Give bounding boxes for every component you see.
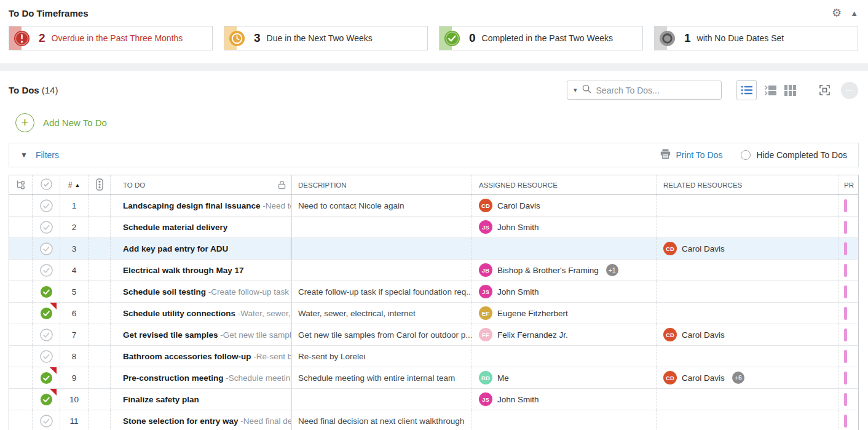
assigned-resource-cell: FFFelix Fernandez Jr.: [472, 324, 657, 345]
todo-cell[interactable]: Finalize safety plan: [111, 389, 291, 410]
timeframe-card[interactable]: 3Due in the Next Two Weeks: [224, 26, 428, 50]
timeframe-card[interactable]: 2Overdue in the Past Three Months: [9, 26, 213, 50]
row-number-cell: 8: [60, 346, 89, 367]
complete-check-cell: [33, 303, 60, 324]
priority-cell: [838, 303, 858, 324]
complete-check-cell: [33, 238, 60, 259]
header-priority[interactable]: PR: [838, 175, 858, 194]
todo-title: Schedule utility connections: [123, 309, 235, 318]
todo-cell[interactable]: Bathroom accessories follow-up - Re-sent…: [111, 346, 291, 367]
todo-row[interactable]: 2Schedule material deliveryJSJohn Smith: [9, 217, 858, 238]
table-header: # ▲ TO DO DESCRIPTION ASSIGNED RESOURCE: [9, 175, 858, 195]
incomplete-checkbox[interactable]: [40, 199, 53, 212]
todos-panel: To Dos(14) ▾: [0, 71, 868, 430]
todo-title: Finalize safety plan: [123, 395, 199, 404]
todo-cell[interactable]: Get revised tile samples - Get new tile …: [111, 324, 291, 345]
header-assigned-resource[interactable]: ASSIGNED RESOURCE: [472, 175, 657, 194]
collapse-panel-icon[interactable]: ▲: [850, 9, 858, 17]
todo-cell[interactable]: Stone selection for entry way - Need fin…: [111, 410, 291, 430]
header-complete[interactable]: [33, 175, 60, 194]
timeframe-card[interactable]: 0Completed in the Past Two Weeks: [439, 26, 643, 50]
list-view-button-active[interactable]: [736, 80, 757, 100]
print-todos-button[interactable]: Print To Dos: [660, 149, 722, 161]
card-count: 2: [39, 31, 45, 45]
todo-cell[interactable]: Schedule soil testing - Create follow-up…: [111, 281, 291, 302]
status-cell: [89, 346, 111, 367]
description-text: Re-sent by Lorelei: [298, 352, 366, 361]
timeframe-card[interactable]: 1with No Due Dates Set: [654, 26, 858, 50]
header-description[interactable]: DESCRIPTION: [291, 175, 472, 194]
incomplete-checkbox[interactable]: [40, 221, 53, 234]
header-number-sort[interactable]: # ▲: [60, 175, 89, 194]
description-text: Need to contact Nicole again: [298, 201, 404, 210]
priority-column-label: PR: [844, 181, 854, 189]
row-indent-cell: [9, 346, 33, 367]
todo-row[interactable]: 11Stone selection for entry way - Need f…: [9, 410, 858, 430]
todo-row[interactable]: 1Landscaping design final issuance - Nee…: [9, 195, 858, 217]
header-status[interactable]: [89, 175, 111, 194]
assigned-resource-cell: RDMe: [472, 367, 657, 388]
todo-cell[interactable]: Electrical walk through May 17: [111, 260, 291, 281]
avatar: FF: [479, 328, 492, 341]
row-number-cell: 11: [60, 410, 89, 430]
search-input[interactable]: [596, 86, 715, 95]
todo-row[interactable]: 3Add key pad entry for ADUCDCarol Davis: [9, 238, 858, 260]
todo-preview-text: Create follow-up task if...: [211, 287, 291, 297]
assigned-column-label: ASSIGNED RESOURCE: [479, 181, 558, 189]
todo-cell[interactable]: Add key pad entry for ADU: [111, 238, 291, 259]
grid-view-button[interactable]: [784, 85, 796, 96]
todo-row[interactable]: 7Get revised tile samples - Get new tile…: [9, 324, 858, 346]
todo-title: Pre-construction meeting: [123, 373, 224, 383]
filters-toggle[interactable]: ▼ Filters: [20, 150, 59, 160]
reminder-flag-icon: [50, 367, 57, 374]
row-indent-cell: [9, 195, 33, 216]
incomplete-checkbox[interactable]: [40, 264, 53, 277]
incomplete-checkbox[interactable]: [40, 328, 53, 341]
filters-label: Filters: [36, 150, 59, 160]
todo-cell[interactable]: Landscaping design final issuance - Need…: [111, 195, 291, 216]
related-resources-cell: CDCarol Davis+6: [657, 367, 838, 388]
header-related-resources[interactable]: RELATED RESOURCES: [657, 175, 838, 194]
search-scope-chevron-icon[interactable]: ▾: [574, 86, 577, 94]
todos-table: # ▲ TO DO DESCRIPTION ASSIGNED RESOURCE: [9, 175, 859, 430]
hide-completed-toggle[interactable]: Hide Completed To Dos: [741, 150, 847, 160]
hierarchy-tree-icon: [15, 180, 26, 191]
todo-cell[interactable]: Pre-construction meeting - Schedule meet…: [111, 367, 291, 388]
todo-title: Get revised tile samples: [123, 330, 218, 340]
incomplete-checkbox[interactable]: [40, 242, 53, 255]
settings-gear-icon[interactable]: ⚙: [832, 7, 842, 18]
completed-checkbox[interactable]: [40, 285, 53, 298]
todo-title: Schedule soil testing: [123, 287, 206, 297]
description-column-label: DESCRIPTION: [298, 181, 347, 189]
row-number-cell: 10: [60, 389, 89, 410]
incomplete-checkbox[interactable]: [40, 415, 53, 428]
resource-name: Felix Fernandez Jr.: [497, 330, 568, 340]
todo-cell[interactable]: Schedule utility connections - Water, se…: [111, 303, 291, 324]
add-new-todo-button[interactable]: + Add New To Do: [15, 113, 868, 132]
todo-row[interactable]: 8Bathroom accessories follow-up - Re-sen…: [9, 346, 858, 367]
todo-row[interactable]: 4Electrical walk through May 17JBBishop …: [9, 260, 858, 281]
todo-row[interactable]: 9Pre-construction meeting - Schedule mee…: [9, 367, 858, 389]
todo-preview-text: Re-sent by...: [256, 352, 291, 361]
status-cell: [89, 195, 111, 216]
incomplete-checkbox[interactable]: [40, 350, 53, 363]
todo-row[interactable]: 6Schedule utility connections - Water, s…: [9, 303, 858, 324]
more-options-icon[interactable]: •••: [841, 82, 858, 99]
hide-completed-checkbox[interactable]: [741, 150, 751, 160]
header-hierarchy[interactable]: [9, 175, 33, 194]
search-box[interactable]: ▾: [567, 81, 722, 100]
row-indent-cell: [9, 410, 33, 430]
fullscreen-expand-icon[interactable]: [818, 84, 831, 97]
row-number: 3: [72, 244, 77, 253]
description-cell: Water, sewer, electrical, internet: [291, 303, 472, 324]
todo-cell[interactable]: Schedule material delivery: [111, 217, 291, 237]
header-todo[interactable]: TO DO: [111, 175, 291, 194]
printer-icon: [660, 149, 671, 161]
grouped-view-button[interactable]: [764, 85, 777, 96]
description-text: Water, sewer, electrical, internet: [298, 309, 416, 318]
timeframe-cards: 2Overdue in the Past Three Months3Due in…: [9, 26, 858, 50]
card-label: Overdue in the Past Three Months: [52, 33, 183, 43]
todos-title: To Dos: [9, 85, 39, 95]
todo-row[interactable]: 5Schedule soil testing - Create follow-u…: [9, 281, 858, 303]
todo-row[interactable]: 10Finalize safety planJSJohn Smith: [9, 389, 858, 410]
